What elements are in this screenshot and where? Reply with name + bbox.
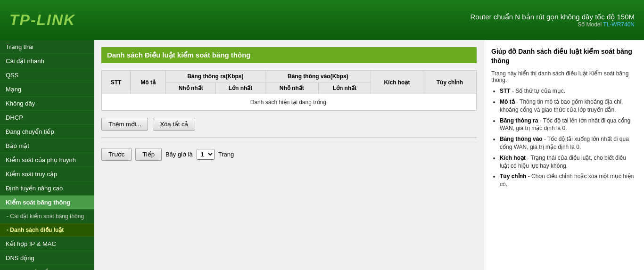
sidebar-item-cong-cu-he-thong[interactable]: Công cụ hệ thống	[0, 265, 94, 270]
empty-message: Danh sách hiện tại đang trống.	[102, 94, 477, 111]
main-content: Danh sách Điều luật kiểm soát băng thông…	[94, 40, 484, 270]
sidebar-item-trang-thai[interactable]: Trạng thái	[0, 40, 94, 54]
rules-table: STT Mô tả Băng thông ra(Kbps) Băng thông…	[101, 70, 477, 111]
col-ra-nho: Nhỏ nhất	[166, 82, 216, 94]
pagination: Trước Tiếp Bây giờ là 1 Trang	[101, 143, 477, 161]
sidebar-item-danh-sach-dieu-luat[interactable]: - Danh sách điều luật	[0, 223, 94, 237]
help-item-5: Tùy chỉnh - Chọn điều chỉnh hoặc xóa một…	[500, 172, 637, 188]
sidebar-item-dinh-tuyen-nang-cao[interactable]: Định tuyến nâng cao	[0, 181, 94, 196]
col-ra-lon: Lớn nhất	[216, 82, 265, 94]
page-select[interactable]: 1	[197, 149, 215, 160]
sidebar-item-ket-hop-ip-mac[interactable]: Kết hợp IP & MAC	[0, 237, 94, 251]
layout: Trạng thái Cài đặt nhanh QSS Mạng Không …	[0, 40, 644, 270]
them-moi-button[interactable]: Thêm mới...	[101, 118, 148, 131]
sidebar-item-cai-dat-kiem-soat[interactable]: - Cài đặt kiểm soát băng thông	[0, 210, 94, 223]
sidebar-item-cai-dat-nhanh[interactable]: Cài đặt nhanh	[0, 54, 94, 68]
help-list: STT - Số thứ tự của mục. Mô tả - Thông t…	[491, 87, 637, 188]
sidebar-item-khong-day[interactable]: Không dây	[0, 97, 94, 111]
pagination-label-after: Trang	[218, 151, 234, 158]
help-panel: Giúp đỡ Danh sách điều luật kiểm soát bă…	[484, 40, 644, 270]
help-item-3: Băng thông vào - Tốc độ tải xuống lớn nh…	[500, 135, 637, 151]
help-item-1: Mô tả - Thông tin mô tả bao gồm khoảng đ…	[500, 98, 637, 114]
col-bang-thong-vao: Băng thông vào(Kbps)	[265, 71, 371, 82]
sidebar-item-qss[interactable]: QSS	[0, 68, 94, 82]
col-kich-hoat: Kích hoạt	[371, 71, 423, 94]
next-button[interactable]: Tiếp	[135, 148, 162, 161]
help-item-2: Băng thông ra - Tốc độ tải lên lớn nhất …	[500, 117, 637, 133]
sidebar-item-kiem-soat-truy-cap[interactable]: Kiểm soát truy cập	[0, 167, 94, 181]
action-buttons: Thêm mới... Xóa tất cả	[101, 118, 477, 131]
help-intro: Trang này hiển thị danh sách điều luật K…	[491, 70, 637, 83]
empty-row: Danh sách hiện tại đang trống.	[102, 94, 477, 111]
sidebar-item-dhcp[interactable]: DHCP	[0, 111, 94, 125]
col-tuy-chinh: Tùy chỉnh	[423, 71, 476, 94]
pagination-label-before: Bây giờ là	[165, 151, 193, 158]
help-title: Giúp đỡ Danh sách điều luật kiểm soát bă…	[491, 47, 637, 65]
sidebar-item-dns-dong[interactable]: DNS động	[0, 251, 94, 265]
page-title: Danh sách Điều luật kiểm soát băng thông	[101, 47, 477, 63]
col-stt: STT	[102, 71, 131, 94]
prev-button[interactable]: Trước	[101, 148, 132, 161]
col-vao-lon: Lớn nhất	[318, 82, 371, 94]
sidebar: Trạng thái Cài đặt nhanh QSS Mạng Không …	[0, 40, 94, 270]
header-tagline: Router chuẩn N bản rút gọn không dây tốc…	[470, 13, 635, 21]
help-item-0: STT - Số thứ tự của mục.	[500, 87, 637, 95]
sidebar-item-dang-chuyen-tiep[interactable]: Đang chuyển tiếp	[0, 125, 94, 139]
xoa-tat-ca-button[interactable]: Xóa tất cả	[153, 118, 195, 131]
sidebar-item-mang[interactable]: Mạng	[0, 82, 94, 97]
col-vao-nho: Nhỏ nhất	[265, 82, 318, 94]
col-bang-thong-ra: Băng thông ra(Kbps)	[166, 71, 265, 82]
logo-text: TP-LINK	[9, 11, 75, 28]
sidebar-item-bao-mat[interactable]: Bảo mật	[0, 139, 94, 153]
sidebar-item-kiem-soat-bang-thong[interactable]: Kiểm soát băng thông	[0, 196, 94, 210]
header: TP-LINK Router chuẩn N bản rút gọn không…	[0, 0, 644, 40]
help-item-4: Kích hoạt - Trạng thái của điều luật, ch…	[500, 154, 637, 170]
col-mo-ta: Mô tả	[131, 71, 166, 94]
logo: TP-LINK	[9, 11, 75, 29]
header-model: Số Model TL-WR740N	[578, 21, 635, 28]
sidebar-item-kiem-soat-phu-huynh[interactable]: Kiểm soát của phụ huynh	[0, 153, 94, 167]
